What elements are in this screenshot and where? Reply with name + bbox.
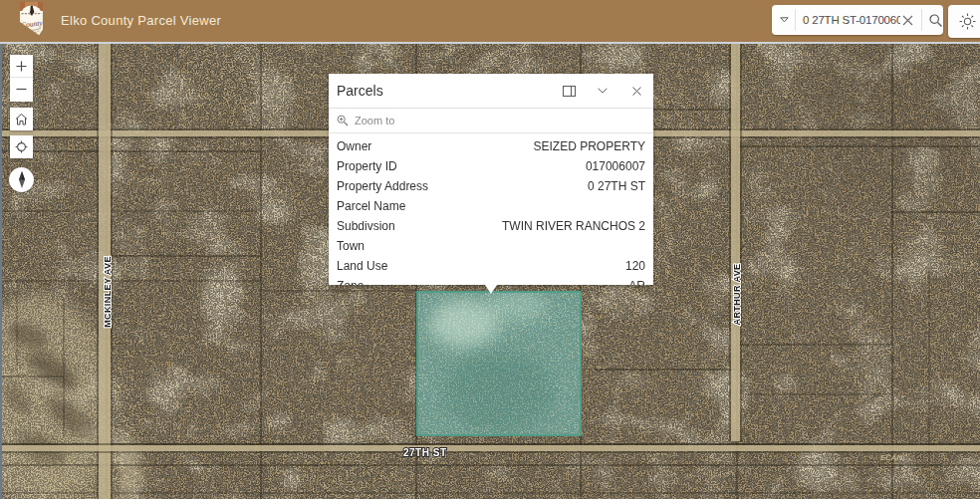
svg-text:ARTHUR AVE: ARTHUR AVE bbox=[732, 264, 742, 326]
svg-text:ECAN: ECAN bbox=[880, 453, 902, 462]
svg-text:27TH ST: 27TH ST bbox=[403, 447, 447, 458]
svg-text:MCKINLEY AVE: MCKINLEY AVE bbox=[103, 256, 113, 328]
